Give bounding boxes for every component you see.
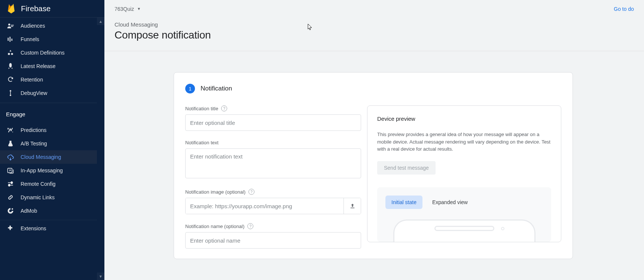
sidebar-item-debugview[interactable]: DebugView (0, 86, 104, 100)
device-camera-dot (501, 227, 504, 230)
help-icon[interactable]: ? (247, 223, 253, 229)
sidebar-scroll-indicator: ▲ ▼ (97, 18, 104, 280)
notification-text-input[interactable] (185, 148, 361, 178)
nav-label: In-App Messaging (21, 167, 98, 173)
nav-label: A/B Testing (21, 141, 98, 147)
sidebar-item-funnels[interactable]: Funnels (0, 33, 104, 46)
project-selector[interactable]: 763Quiz ▼ (115, 6, 141, 12)
sidebar-item-remote-config[interactable]: Remote Config (0, 177, 104, 191)
in-app-messaging-icon (7, 167, 16, 174)
nav-label: Custom Definitions (21, 50, 98, 56)
svg-rect-14 (350, 208, 354, 209)
nav-label: Remote Config (21, 181, 98, 187)
extensions-icon (7, 225, 16, 232)
project-name: 763Quiz (115, 6, 134, 12)
page-title: Compose notification (115, 29, 634, 41)
field-label: Notification text (185, 140, 219, 145)
sidebar-item-extensions[interactable]: Extensions (0, 222, 104, 235)
field-label: Notification image (optional) (185, 189, 245, 195)
audiences-icon (7, 22, 16, 30)
help-icon[interactable]: ? (248, 189, 254, 195)
sidebar-item-ab-testing[interactable]: A/B Testing (0, 137, 104, 150)
field-notification-text: Notification text (185, 140, 361, 180)
svg-rect-2 (10, 37, 11, 41)
notification-image-input[interactable] (186, 198, 344, 214)
sidebar: Firebase ▲ ▼ Audiences Funnels Custom De… (0, 0, 104, 280)
nav-label: Predictions (21, 127, 98, 133)
retention-icon (7, 76, 16, 83)
sidebar-item-admob[interactable]: AdMob (0, 204, 104, 218)
main-content: 763Quiz ▼ Go to do Cloud Messaging Compo… (104, 0, 644, 280)
sidebar-item-custom-definitions[interactable]: Custom Definitions (0, 46, 104, 59)
ab-testing-icon (7, 140, 16, 147)
sidebar-item-predictions[interactable]: Predictions (0, 123, 104, 137)
nav-label: DebugView (21, 90, 98, 96)
nav-label: Latest Release (21, 63, 98, 69)
custom-definitions-icon (7, 49, 16, 56)
nav-label: Retention (21, 77, 98, 83)
svg-point-9 (12, 132, 13, 132)
debugview-icon (7, 89, 16, 97)
notification-name-input[interactable] (185, 232, 361, 249)
nav-label: Audiences (21, 23, 98, 29)
send-test-message-button[interactable]: Send test message (377, 161, 436, 175)
caret-down-icon: ▼ (137, 7, 141, 11)
step-header: 1 Notification (185, 84, 561, 93)
nav-list-engage: Predictions A/B Testing Cloud Messaging … (0, 122, 104, 220)
device-notch (434, 226, 494, 231)
sidebar-item-cloud-messaging[interactable]: Cloud Messaging (0, 150, 104, 164)
nav-label: AdMob (21, 208, 98, 214)
section-heading-engage[interactable]: Engage (0, 104, 104, 122)
field-label: Notification title (185, 106, 218, 111)
admob-icon (7, 207, 16, 215)
tab-expanded-view[interactable]: Expanded view (426, 196, 474, 209)
preview-description: This preview provides a general idea of … (377, 131, 551, 153)
nav-label: Dynamic Links (21, 194, 98, 200)
upload-image-button[interactable] (344, 198, 361, 214)
preview-stage: Initial state Expanded view (377, 187, 551, 242)
scroll-up-icon[interactable]: ▲ (97, 18, 104, 25)
field-label: Notification name (optional) (185, 224, 244, 229)
sidebar-item-in-app-messaging[interactable]: In-App Messaging (0, 164, 104, 177)
page-header: Cloud Messaging Compose notification (104, 18, 644, 51)
svg-point-8 (10, 95, 11, 96)
svg-rect-1 (8, 38, 9, 41)
brand-text: Firebase (21, 4, 51, 13)
svg-point-13 (12, 208, 13, 210)
topbar: 763Quiz ▼ Go to do (104, 0, 644, 18)
nav-label: Extensions (21, 225, 98, 231)
tab-initial-state[interactable]: Initial state (385, 196, 422, 209)
notification-title-input[interactable] (185, 114, 361, 131)
firebase-logo-icon (7, 3, 16, 14)
cloud-messaging-icon (7, 153, 16, 161)
breadcrumb[interactable]: Cloud Messaging (115, 21, 634, 28)
svg-point-6 (10, 90, 11, 92)
sidebar-item-dynamic-links[interactable]: Dynamic Links (0, 191, 104, 204)
remote-config-icon (7, 180, 16, 188)
svg-point-0 (8, 24, 10, 25)
step-number-badge: 1 (185, 84, 195, 93)
help-icon[interactable]: ? (221, 105, 227, 111)
field-notification-image: Notification image (optional) ? (185, 189, 361, 214)
device-mockup (393, 219, 535, 242)
svg-rect-7 (10, 92, 11, 95)
field-notification-name: Notification name (optional) ? (185, 223, 361, 249)
svg-rect-3 (12, 39, 13, 41)
device-preview-panel: Device preview This preview provides a g… (367, 105, 561, 242)
goto-docs-link[interactable]: Go to do (614, 6, 634, 12)
compose-card: 1 Notification Notification title ? Not (174, 72, 573, 259)
sidebar-item-audiences[interactable]: Audiences (0, 19, 104, 33)
step-title: Notification (201, 85, 232, 92)
preview-title: Device preview (377, 116, 551, 122)
funnels-icon (7, 36, 16, 43)
sidebar-item-retention[interactable]: Retention (0, 73, 104, 86)
sidebar-header[interactable]: Firebase (0, 0, 104, 18)
field-notification-title: Notification title ? (185, 105, 361, 131)
svg-point-5 (11, 53, 13, 55)
svg-rect-12 (9, 184, 10, 186)
latest-release-icon (7, 62, 16, 70)
sidebar-item-latest-release[interactable]: Latest Release (0, 59, 104, 73)
scroll-down-icon[interactable]: ▼ (97, 273, 104, 280)
nav-label: Cloud Messaging (21, 154, 98, 160)
nav-list-bottom: Extensions (0, 220, 104, 237)
